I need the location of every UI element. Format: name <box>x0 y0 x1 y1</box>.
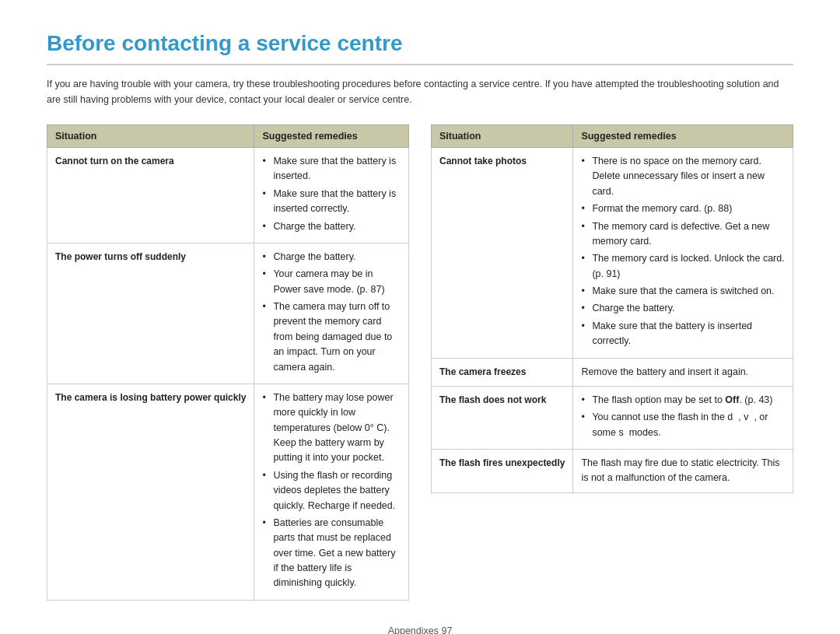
remedy-cell: There is no space on the memory card. De… <box>573 148 793 359</box>
situation-cell: The camera is losing battery power quick… <box>47 384 254 600</box>
remedy-cell: The flash option may be set to Off. (p. … <box>573 386 793 449</box>
table-row: The flash does not workThe flash option … <box>432 386 793 449</box>
left-col2-header: Suggested remedies <box>254 125 409 148</box>
intro-text: If you are having trouble with your came… <box>47 76 793 107</box>
left-table-section: Situation Suggested remedies Cannot turn… <box>47 124 409 601</box>
list-item: Make sure that the battery is inserted. <box>262 154 401 184</box>
list-item: The battery may lose power more quickly … <box>262 391 401 466</box>
table-row: The power turns off suddenlyCharge the b… <box>47 243 409 384</box>
situation-cell: Cannot take photos <box>432 148 573 359</box>
list-item: Format the memory card. (p. 88) <box>581 201 785 216</box>
list-item: There is no space on the memory card. De… <box>581 154 785 199</box>
situation-cell: The power turns off suddenly <box>47 243 254 384</box>
list-item: Using the flash or recording videos depl… <box>262 468 401 513</box>
table-row: The flash fires unexpectedlyThe flash ma… <box>432 450 793 493</box>
list-item: You cannot use the flash in the d , v , … <box>581 410 785 440</box>
list-item: The memory card is defective. Get a new … <box>581 219 785 250</box>
remedy-cell: Charge the battery.Your camera may be in… <box>254 243 409 384</box>
list-item: Charge the battery. <box>262 250 401 264</box>
situation-cell: The flash does not work <box>432 386 573 449</box>
page-title: Before contacting a service centre <box>47 31 793 65</box>
list-item: The memory card is locked. Unlock the ca… <box>581 251 785 282</box>
remedy-cell: Remove the battery and insert it again. <box>573 358 793 386</box>
list-item: Charge the battery. <box>262 219 401 234</box>
right-col2-header: Suggested remedies <box>573 125 793 148</box>
situation-cell: Cannot turn on the camera <box>47 148 254 243</box>
footer: Appendixes 97 <box>47 625 793 634</box>
right-table-section: Situation Suggested remedies Cannot take… <box>431 124 793 601</box>
list-item: Batteries are consumable parts that must… <box>262 516 401 591</box>
list-item: Make sure that the battery is inserted c… <box>581 319 785 349</box>
right-table: Situation Suggested remedies Cannot take… <box>431 124 793 493</box>
situation-cell: The flash fires unexpectedly <box>432 450 573 493</box>
remedy-cell: The battery may lose power more quickly … <box>254 384 409 600</box>
remedy-cell: The flash may fire due to static electri… <box>573 450 793 493</box>
remedy-cell: Make sure that the battery is inserted.M… <box>254 148 409 243</box>
right-col1-header: Situation <box>432 125 573 148</box>
left-col1-header: Situation <box>47 125 254 148</box>
list-item: Make sure that the battery is inserted c… <box>262 187 401 217</box>
list-item: Charge the battery. <box>581 301 785 316</box>
tables-wrapper: Situation Suggested remedies Cannot turn… <box>47 124 793 601</box>
table-row: Cannot take photosThere is no space on t… <box>432 148 793 359</box>
table-row: The camera is losing battery power quick… <box>47 384 409 600</box>
list-item: The flash option may be set to Off. (p. … <box>581 393 785 408</box>
list-item: Your camera may be in Power save mode. (… <box>262 267 401 297</box>
list-item: The camera may turn off to prevent the m… <box>262 299 401 375</box>
situation-cell: The camera freezes <box>432 358 573 386</box>
left-table: Situation Suggested remedies Cannot turn… <box>47 124 409 601</box>
table-row: The camera freezesRemove the battery and… <box>432 358 793 386</box>
list-item: Make sure that the camera is switched on… <box>581 284 785 299</box>
table-row: Cannot turn on the cameraMake sure that … <box>47 148 409 243</box>
